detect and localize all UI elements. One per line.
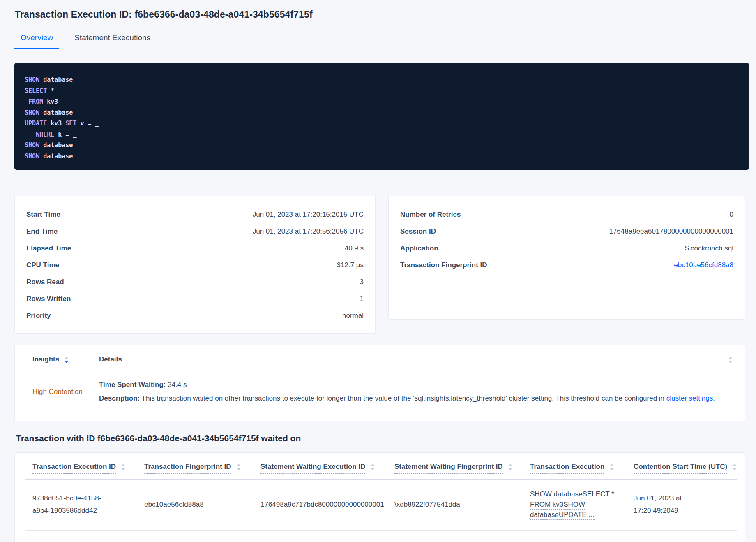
exec-line: FROM kv3SHOW bbox=[530, 499, 624, 510]
stat-label: Priority bbox=[26, 312, 51, 320]
cell-statement-waiting-fingerprint-id: \xdb8922f077541dda bbox=[394, 498, 530, 511]
sort-caret-icon[interactable] bbox=[728, 357, 733, 363]
stat-value: 0 bbox=[730, 211, 733, 219]
stat-value: Jun 01, 2023 at 17:20:15:2015 UTC bbox=[253, 211, 364, 219]
insights-table-header: Insights Details bbox=[15, 345, 745, 366]
waited-on-table-header: Transaction Execution ID Transaction Fin… bbox=[15, 453, 745, 474]
stat-value: 3 bbox=[360, 278, 364, 286]
tab-overview[interactable]: Overview bbox=[14, 31, 59, 49]
cell-contention-start-time: Jun 01, 2023 at 17:20:49:2049 bbox=[634, 492, 733, 517]
column-header-transaction-execution-id[interactable]: Transaction Execution ID bbox=[32, 463, 144, 474]
summary-card-timing: Start TimeJun 01, 2023 at 17:20:15:2015 … bbox=[14, 196, 376, 334]
sql-line: SHOW database bbox=[25, 151, 739, 162]
insights-table: Insights Details High Contention Time Sp… bbox=[14, 345, 745, 421]
sql-line: FROM kv3 bbox=[25, 96, 739, 107]
column-header-transaction-execution[interactable]: Transaction Execution bbox=[530, 463, 634, 474]
exec-line: databaseUPDATE ... bbox=[530, 510, 624, 520]
stat-value: 1 bbox=[360, 295, 364, 303]
insight-type-label: High Contention bbox=[32, 388, 99, 396]
tab-statement-executions[interactable]: Statement Executions bbox=[68, 31, 157, 49]
sort-caret-icon[interactable] bbox=[237, 464, 241, 470]
stat-row: Start TimeJun 01, 2023 at 17:20:15:2015 … bbox=[26, 206, 364, 223]
insights-header-label: Insights bbox=[32, 355, 59, 366]
time-spent-waiting: Time Spent Waiting: 34.4 s bbox=[99, 380, 733, 389]
summary-cards-row: Start TimeJun 01, 2023 at 17:20:15:2015 … bbox=[14, 196, 745, 334]
stat-label: Rows Written bbox=[26, 295, 71, 303]
stat-label: Session ID bbox=[400, 227, 436, 236]
stat-row: Prioritynormal bbox=[26, 307, 364, 324]
sort-caret-icon[interactable] bbox=[371, 464, 375, 470]
stat-value: Jun 01, 2023 at 17:20:56:2056 UTC bbox=[253, 227, 364, 236]
table-row: 9738d051-bc0e-4158-a9b4-1903586ddd42 ebc… bbox=[15, 480, 745, 530]
sort-caret-icon[interactable] bbox=[508, 464, 512, 470]
stat-label: Number of Retries bbox=[400, 211, 461, 219]
details-header-label: Details bbox=[99, 355, 122, 366]
cell-transaction-fingerprint-id: ebc10ae56cfd88a8 bbox=[144, 498, 260, 511]
column-header-statement-waiting-fingerprint-id[interactable]: Statement Waiting Fingerprint ID bbox=[394, 463, 530, 474]
sql-line: UPDATE kv3 SET v = _ bbox=[25, 118, 739, 129]
stat-row: Elapsed Time40.9 s bbox=[26, 240, 364, 257]
stat-label: End Time bbox=[26, 227, 58, 236]
stat-value: 40.9 s bbox=[345, 244, 364, 252]
summary-card-session: Number of Retries0Session ID17648a9eea60… bbox=[388, 196, 745, 320]
stat-row: End TimeJun 01, 2023 at 17:20:56:2056 UT… bbox=[26, 223, 364, 240]
sql-line: SHOW database bbox=[25, 107, 739, 118]
column-header-statement-waiting-execution-id[interactable]: Statement Waiting Execution ID bbox=[260, 463, 394, 474]
sql-line: SELECT * bbox=[25, 86, 739, 97]
stat-row: Session ID17648a9eea60178000000000000000… bbox=[400, 223, 733, 240]
summary-left-rows: Start TimeJun 01, 2023 at 17:20:15:2015 … bbox=[26, 206, 364, 324]
tab-bar: Overview Statement Executions bbox=[14, 31, 745, 49]
stat-row: CPU Time312.7 µs bbox=[26, 257, 364, 273]
sql-line: WHERE k = _ bbox=[25, 129, 739, 140]
waited-on-heading: Transaction with ID f6be6366-da03-48de-a… bbox=[16, 433, 745, 443]
insight-description: Description: This transaction waited on … bbox=[99, 394, 733, 403]
stat-value: normal bbox=[342, 312, 364, 320]
cluster-settings-link[interactable]: cluster settings bbox=[666, 394, 713, 402]
column-header-contention-start-time[interactable]: Contention Start Time (UTC) bbox=[634, 463, 737, 474]
stat-label: Application bbox=[400, 244, 438, 252]
transaction-details-page: Transaction Execution ID: f6be6366-da03-… bbox=[0, 0, 756, 542]
stat-row: Rows Read3 bbox=[26, 273, 364, 290]
stat-label: Transaction Fingerprint ID bbox=[400, 261, 487, 269]
column-header-insights[interactable]: Insights bbox=[32, 355, 99, 366]
sql-code: SHOW databaseSELECT * FROM kv3SHOW datab… bbox=[25, 74, 739, 162]
sort-caret-icon[interactable] bbox=[121, 464, 125, 470]
stat-label: Start Time bbox=[26, 211, 60, 219]
column-header-details[interactable]: Details bbox=[99, 355, 122, 364]
cell-statement-waiting-execution-id: 176498a9c717bdc80000000000000001 bbox=[260, 498, 394, 511]
transaction-fingerprint-id-link[interactable]: ebc10ae56cfd88a8 bbox=[674, 261, 733, 269]
stat-row: Application$ cockroach sql bbox=[400, 240, 733, 257]
cell-transaction-execution-id: 9738d051-bc0e-4158-a9b4-1903586ddd42 bbox=[32, 492, 122, 517]
stat-value: 312.7 µs bbox=[337, 261, 364, 269]
transaction-execution-link[interactable]: SHOW databaseSELECT *FROM kv3SHOWdatabas… bbox=[530, 489, 634, 520]
sql-statements-box: SHOW databaseSELECT * FROM kv3SHOW datab… bbox=[14, 63, 749, 170]
stat-row: Number of Retries0 bbox=[400, 206, 733, 223]
page-title: Transaction Execution ID: f6be6366-da03-… bbox=[15, 9, 745, 20]
insight-row: High Contention Time Spent Waiting: 34.4… bbox=[15, 372, 745, 414]
sort-caret-icon[interactable] bbox=[65, 357, 69, 363]
waited-on-table: Transaction Execution ID Transaction Fin… bbox=[14, 452, 745, 542]
stat-value: $ cockroach sql bbox=[685, 244, 733, 252]
column-header-transaction-fingerprint-id[interactable]: Transaction Fingerprint ID bbox=[144, 463, 260, 474]
sort-caret-icon[interactable] bbox=[733, 464, 737, 470]
stat-label: CPU Time bbox=[26, 261, 59, 269]
sql-line: SHOW database bbox=[25, 140, 739, 151]
stat-label: Elapsed Time bbox=[26, 244, 71, 252]
stat-row: Transaction Fingerprint IDebc10ae56cfd88… bbox=[400, 257, 733, 273]
sql-line: SHOW database bbox=[25, 74, 739, 86]
stat-label: Rows Read bbox=[26, 278, 64, 286]
exec-line: SHOW databaseSELECT * bbox=[530, 489, 624, 499]
sort-caret-icon[interactable] bbox=[610, 464, 614, 470]
stat-value: 17648a9eea6017800000000000000001 bbox=[609, 227, 733, 236]
stat-row: Rows Written1 bbox=[26, 290, 364, 307]
summary-right-rows: Number of Retries0Session ID17648a9eea60… bbox=[400, 206, 733, 273]
insight-details: Time Spent Waiting: 34.4 s Description: … bbox=[99, 380, 733, 403]
